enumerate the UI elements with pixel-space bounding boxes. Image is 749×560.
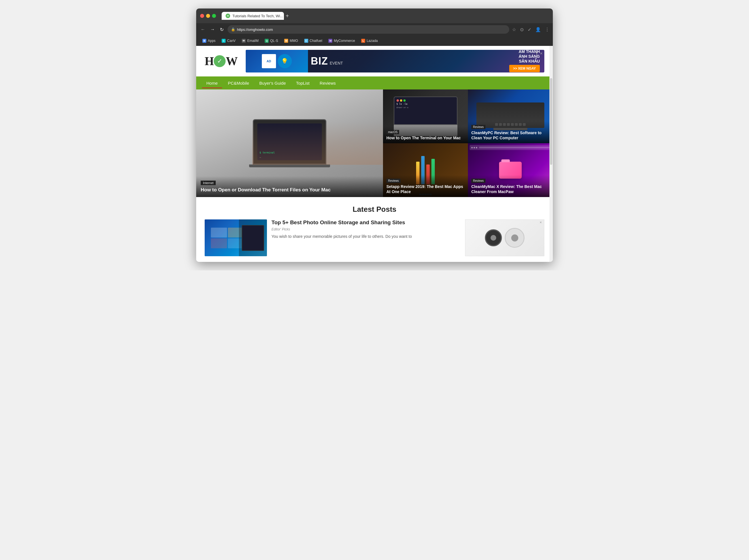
lock-icon: 🔒: [231, 27, 235, 31]
scrollbar-thumb[interactable]: [550, 78, 552, 165]
bookmark-qls-label: QL-S: [270, 39, 278, 43]
bookmark-chatfuel[interactable]: C Chatfuel: [302, 38, 325, 44]
nav-home[interactable]: Home: [202, 78, 222, 88]
address-bar[interactable]: 🔒 https://omghowto.com: [228, 25, 509, 34]
tab-title: Tutorials Related To Tech, Wi...: [232, 14, 283, 18]
featured-main-tag: Internet: [201, 180, 216, 185]
bookmark-mycommerce[interactable]: M MyCommerce: [326, 38, 357, 44]
active-tab[interactable]: H Tutorials Related To Tech, Wi... ×: [222, 12, 284, 20]
chatfuel-favicon: C: [304, 39, 308, 43]
ad-left: AD 💡: [246, 50, 308, 72]
cleanmypc-title: CleanMyPC Review: Best Software to Clean…: [471, 130, 550, 141]
bookmark-lazada[interactable]: L Lazada: [359, 38, 380, 44]
qls-favicon: Q: [265, 39, 269, 43]
site-navigation: Home PC&Mobile Buyer's Guide TopList Rev…: [196, 77, 553, 89]
post-content-1: Top 5+ Best Photo Online Storage and Sha…: [272, 219, 459, 256]
site-logo[interactable]: H ✓ W: [205, 55, 237, 68]
post-item-1: 🔔: [205, 219, 459, 256]
camera-icon[interactable]: ⊙: [520, 27, 524, 32]
cleanmypc-overlay: Reviews CleanMyPC Review: Best Software …: [468, 121, 553, 143]
bookmark-emailm[interactable]: ✉ EmailM: [239, 38, 261, 44]
featured-main-card[interactable]: $ terminal _ Internet How to Open: [196, 89, 383, 197]
setapp-title: Setapp Review 2019: The Best Mac Apps At…: [386, 184, 465, 194]
address-bar-row: ← → ↻ 🔒 https://omghowto.com ☆ ⊙ ✓ 👤 ⋮: [196, 23, 553, 36]
latest-posts-title: Latest Posts: [205, 205, 544, 214]
close-button[interactable]: [200, 14, 204, 18]
star-icon[interactable]: ☆: [512, 27, 516, 32]
bookmark-lazada-label: Lazada: [367, 39, 378, 43]
featured-grid: $ terminal _ Internet How to Open: [196, 89, 553, 197]
post-title-1[interactable]: Top 5+ Best Photo Online Storage and Sha…: [272, 219, 459, 225]
bookmark-mmo[interactable]: M MMO: [282, 38, 300, 44]
mmo-favicon: M: [284, 39, 288, 43]
apps-favicon: ⊞: [202, 39, 206, 43]
bookmark-qls[interactable]: Q QL-S: [262, 38, 280, 44]
ad-close-button[interactable]: ✕: [540, 51, 543, 56]
tab-favicon: H: [226, 14, 230, 18]
sidebar-ad: ✕: [465, 219, 544, 256]
forward-button[interactable]: →: [209, 26, 216, 33]
nav-toplist[interactable]: TopList: [292, 78, 314, 88]
featured-side-grid: $ ls -la drwxr-xr-x macOS How to Open Th…: [383, 89, 553, 197]
ad-cta-button[interactable]: >> XEM NGAY: [509, 65, 540, 72]
cleanmymac-overlay: Reviews CleanMyMac X Review: The Best Ma…: [468, 175, 553, 197]
bookmark-chatfuel-label: Chatfuel: [310, 39, 322, 43]
avatar-icon[interactable]: 👤: [535, 27, 541, 32]
bookmark-apps-label: Apps: [208, 39, 215, 43]
scrollbar[interactable]: [550, 46, 553, 262]
cleanmypc-tag: Reviews: [471, 125, 486, 129]
terminal-tag: macOS: [386, 130, 399, 134]
toolbar-actions: ☆ ⊙ ✓ 👤 ⋮: [512, 27, 550, 32]
bookmarks-bar: ⊞ Apps C CanV ✉ EmailM Q QL-S M MMO C Ch…: [196, 36, 553, 46]
terminal-card-overlay: macOS How to Open The Terminal on Your M…: [383, 126, 468, 143]
refresh-button[interactable]: ↻: [219, 26, 225, 34]
latest-posts-row: 🔔: [205, 219, 544, 256]
cleanmymac-tag: Reviews: [471, 179, 486, 183]
featured-cleanmymac-card[interactable]: Reviews CleanMyMac X Review: The Best Ma…: [468, 143, 553, 197]
latest-posts-section: Latest Posts 🔔: [196, 197, 553, 262]
post-thumbnail-1: [205, 219, 267, 256]
nav-buyers-guide[interactable]: Buyer's Guide: [255, 78, 291, 88]
page-content: H ✓ W AD 💡 BIZ: [196, 46, 553, 262]
bookmark-canv[interactable]: C CanV: [219, 38, 238, 44]
canv-favicon: C: [222, 39, 226, 43]
title-bar: H Tutorials Related To Tech, Wi... × +: [196, 8, 553, 23]
lazada-favicon: L: [361, 39, 365, 43]
post-excerpt-1: You wish to share your memorable picture…: [272, 234, 459, 239]
featured-main-title: How to Open or Download The Torrent File…: [201, 187, 379, 193]
header-ad: AD 💡 BIZ EVENT CHO THUÊ: [246, 50, 544, 72]
minimize-button[interactable]: [206, 14, 210, 18]
url-display: https://omghowto.com: [237, 27, 273, 32]
bookmark-emailm-label: EmailM: [247, 39, 258, 43]
bookmark-canv-label: CanV: [227, 39, 236, 43]
nav-pc-mobile[interactable]: PC&Mobile: [223, 78, 254, 88]
back-button[interactable]: ←: [199, 26, 206, 33]
sidebar-ad-close[interactable]: ✕: [539, 221, 542, 224]
ad-info-icon[interactable]: ℹ: [536, 51, 538, 56]
ad-right-content: CHO THUÊ ÂM THANH ÁNH SÁNG SÂN KHẤU >> X…: [503, 50, 540, 72]
featured-cleanmypc-card[interactable]: Reviews CleanMyPC Review: Best Software …: [468, 89, 553, 143]
nav-reviews[interactable]: Reviews: [315, 78, 340, 88]
logo-checkmark: ✓: [214, 55, 226, 67]
featured-main-overlay: Internet How to Open or Download The Tor…: [196, 176, 383, 197]
page-wrapper: H ✓ W AD 💡 BIZ: [196, 46, 553, 262]
bookmark-apps[interactable]: ⊞ Apps: [200, 38, 218, 44]
tab-bar: H Tutorials Related To Tech, Wi... × +: [222, 12, 549, 20]
setapp-overlay: Reviews Setapp Review 2019: The Best Mac…: [383, 175, 468, 197]
check-icon[interactable]: ✓: [528, 27, 531, 32]
featured-terminal-card[interactable]: $ ls -la drwxr-xr-x macOS How to Open Th…: [383, 89, 468, 143]
setapp-tag: Reviews: [386, 179, 401, 183]
new-tab-button[interactable]: +: [286, 13, 289, 19]
post-meta-1: Editor' Picks: [272, 227, 459, 231]
logo-text-w: W: [226, 55, 237, 68]
site-header: H ✓ W AD 💡 BIZ: [196, 46, 553, 77]
browser-window: H Tutorials Related To Tech, Wi... × + ←…: [196, 8, 553, 262]
maximize-button[interactable]: [212, 14, 216, 18]
featured-setapp-card[interactable]: Reviews Setapp Review 2019: The Best Mac…: [383, 143, 468, 197]
menu-icon[interactable]: ⋮: [545, 27, 550, 32]
emailm-favicon: ✉: [242, 39, 246, 43]
bookmark-mycommerce-label: MyCommerce: [334, 39, 355, 43]
bookmark-mmo-label: MMO: [290, 39, 298, 43]
logo-text-h: H: [205, 55, 213, 68]
cleanmymac-title: CleanMyMac X Review: The Best Mac Cleane…: [471, 184, 550, 194]
